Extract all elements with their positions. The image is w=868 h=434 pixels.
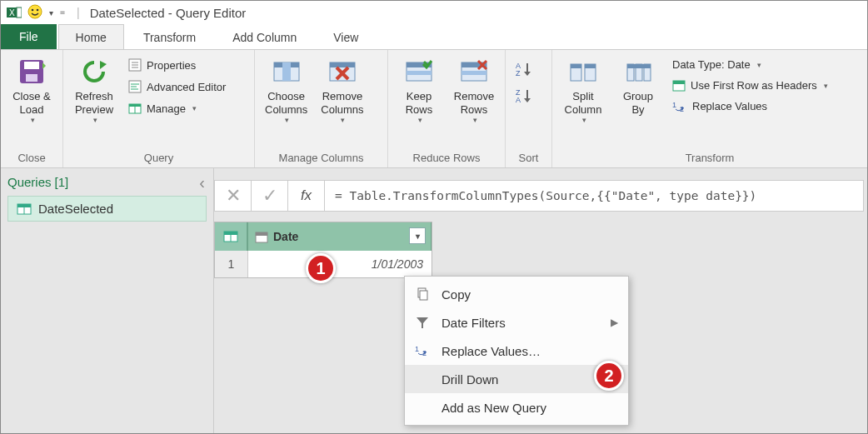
- chevron-down-icon: ▾: [418, 116, 422, 124]
- qat-customize-icon[interactable]: ＝: [58, 7, 67, 18]
- remove-columns-label: Remove Columns: [321, 90, 363, 116]
- copy-icon: [413, 287, 432, 301]
- group-sort-label: Sort: [512, 148, 545, 166]
- ctx-replace-values[interactable]: 12 Replace Values…: [405, 337, 628, 365]
- refresh-icon: [79, 57, 109, 87]
- group-managecols-label: Manage Columns: [262, 148, 381, 166]
- refresh-preview-button[interactable]: Refresh Preview ▾: [70, 53, 118, 124]
- qat-dropdown-icon[interactable]: ▾: [49, 8, 53, 17]
- svg-marker-41: [524, 72, 531, 76]
- excel-icon: X: [6, 4, 22, 21]
- svg-rect-32: [407, 71, 432, 75]
- ctx-replace-label: Replace Values…: [441, 344, 541, 358]
- svg-rect-48: [571, 64, 581, 68]
- sort-desc-button[interactable]: ZA: [512, 87, 536, 105]
- smiley-icon[interactable]: [27, 4, 44, 21]
- svg-marker-11: [100, 61, 107, 69]
- window-title: DateSelected - Query Editor: [90, 6, 247, 20]
- svg-rect-27: [330, 62, 355, 67]
- ctx-add-new-query[interactable]: Add as New Query: [405, 393, 628, 422]
- queries-count: [1]: [55, 175, 69, 189]
- titlebar: X ▾ ＝ | DateSelected - Query Editor: [1, 1, 867, 24]
- group-by-button[interactable]: Group By: [614, 53, 662, 116]
- group-by-icon: [623, 57, 653, 87]
- refresh-preview-label: Refresh Preview: [75, 90, 113, 116]
- svg-point-3: [28, 5, 42, 18]
- tab-file[interactable]: File: [1, 24, 57, 49]
- manage-button[interactable]: Manage ▾: [125, 100, 229, 117]
- split-column-button[interactable]: Split Column ▾: [559, 53, 607, 124]
- svg-rect-53: [627, 64, 651, 68]
- svg-marker-10: [42, 62, 46, 69]
- choose-columns-button[interactable]: Choose Columns ▾: [262, 53, 311, 124]
- svg-point-5: [37, 9, 39, 12]
- svg-rect-49: [585, 64, 596, 68]
- svg-rect-7: [24, 62, 39, 69]
- keep-rows-button[interactable]: Keep Rows ▾: [395, 53, 443, 124]
- tab-home[interactable]: Home: [58, 24, 124, 49]
- group-transform-label: Transform: [559, 148, 861, 166]
- svg-point-4: [32, 9, 34, 12]
- formula-cancel-button[interactable]: ✕: [214, 180, 251, 212]
- replace-values-label: Replace Values: [692, 100, 767, 112]
- grid-corner[interactable]: [215, 222, 248, 251]
- formula-input[interactable]: = Table.TransformColumnTypes(Source,{{"D…: [324, 180, 864, 212]
- remove-rows-button[interactable]: Remove Rows ▾: [450, 53, 498, 124]
- svg-text:1: 1: [672, 101, 676, 109]
- sort-desc-icon: ZA: [516, 88, 532, 103]
- data-type-label: Data Type: Date: [672, 58, 751, 71]
- svg-text:1: 1: [415, 345, 419, 353]
- close-and-load-button[interactable]: Close & Load ▾: [7, 53, 56, 124]
- sort-asc-icon: AZ: [516, 62, 532, 77]
- chevron-down-icon: ▾: [93, 116, 97, 124]
- svg-marker-45: [524, 98, 531, 102]
- svg-rect-68: [420, 291, 427, 300]
- svg-rect-2: [17, 7, 22, 17]
- split-column-icon: [568, 57, 598, 87]
- svg-text:A: A: [516, 96, 521, 103]
- column-header-label: Date: [273, 230, 298, 243]
- first-row-headers-button[interactable]: Use First Row as Headers ▾: [669, 77, 831, 93]
- svg-text:X: X: [9, 8, 15, 17]
- remove-rows-icon: [459, 57, 489, 87]
- choose-columns-label: Choose Columns: [265, 90, 307, 116]
- fx-icon[interactable]: fx: [287, 180, 324, 212]
- close-and-load-label: Close & Load: [12, 90, 51, 116]
- cell-date[interactable]: 1/01/2003: [248, 251, 432, 277]
- ctx-addnew-label: Add as New Query: [441, 401, 546, 415]
- data-type-button[interactable]: Data Type: Date ▾: [669, 57, 831, 72]
- submenu-arrow-icon: ▶: [611, 317, 618, 328]
- editor-icon: [128, 80, 142, 93]
- ctx-copy[interactable]: Copy: [405, 280, 628, 308]
- column-filter-button[interactable]: ▾: [409, 227, 426, 244]
- column-header-date[interactable]: Date ▾: [248, 222, 432, 251]
- remove-columns-button[interactable]: Remove Columns ▾: [317, 53, 367, 124]
- tab-view[interactable]: View: [316, 24, 376, 49]
- table-icon: [128, 102, 142, 115]
- filter-icon: [413, 316, 432, 329]
- collapse-pane-icon[interactable]: ‹: [199, 173, 205, 192]
- tab-addcolumn[interactable]: Add Column: [215, 24, 314, 49]
- queries-title: Queries [1]: [7, 175, 207, 189]
- sort-asc-button[interactable]: AZ: [512, 60, 536, 78]
- ctx-date-filters[interactable]: Date Filters ▶: [405, 308, 628, 337]
- split-column-label: Split Column: [565, 90, 602, 116]
- properties-button[interactable]: Properties: [125, 57, 229, 73]
- save-icon: [17, 57, 47, 87]
- formula-accept-button[interactable]: ✓: [251, 180, 287, 212]
- headers-icon: [672, 80, 686, 92]
- manage-label: Manage: [147, 102, 186, 115]
- svg-rect-25: [282, 62, 291, 81]
- replace-values-button[interactable]: 12 Replace Values: [669, 98, 831, 114]
- keep-rows-icon: [404, 57, 434, 87]
- advanced-editor-button[interactable]: Advanced Editor: [125, 78, 229, 95]
- chevron-down-icon: ▾: [582, 116, 586, 124]
- tab-transform[interactable]: Transform: [126, 24, 213, 49]
- ctx-drilldown-label: Drill Down: [441, 372, 498, 387]
- ctx-filters-label: Date Filters: [441, 316, 506, 330]
- group-query-label: Query: [70, 148, 247, 166]
- chevron-down-icon: ▾: [31, 116, 35, 124]
- query-item[interactable]: DateSelected: [7, 196, 207, 222]
- svg-text:Z: Z: [516, 69, 521, 77]
- replace-icon: 12: [672, 101, 687, 112]
